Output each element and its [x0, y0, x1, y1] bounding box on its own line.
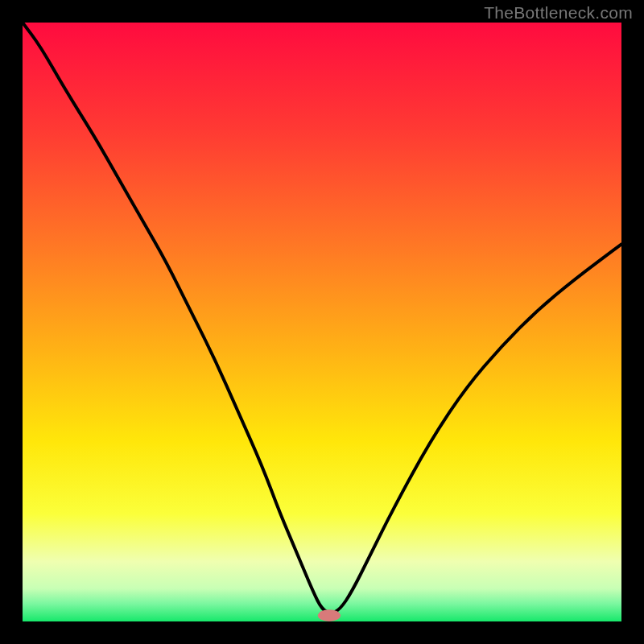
plot-background	[23, 23, 621, 621]
watermark-text: TheBottleneck.com	[484, 3, 633, 23]
optimal-point-marker	[318, 609, 341, 621]
bottleneck-chart	[0, 0, 644, 644]
chart-frame: TheBottleneck.com	[0, 0, 644, 644]
